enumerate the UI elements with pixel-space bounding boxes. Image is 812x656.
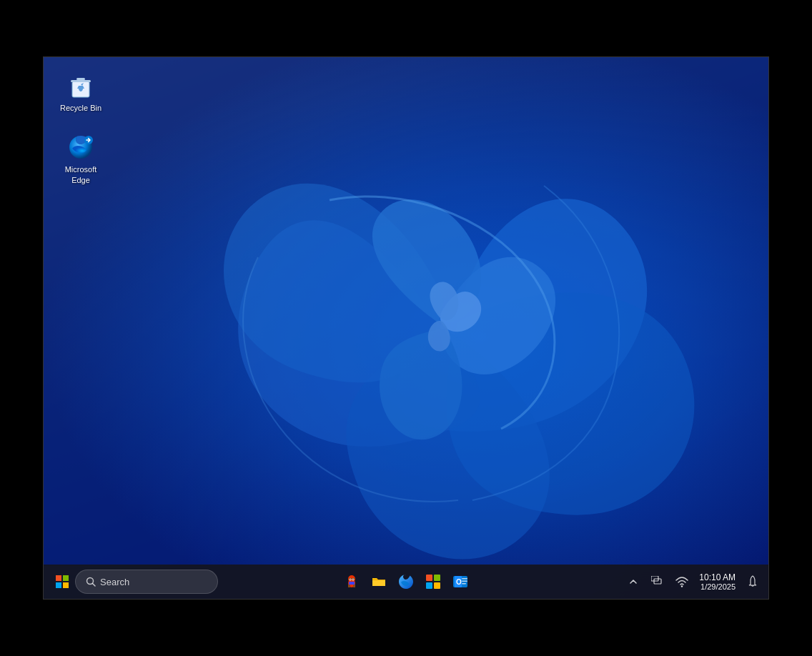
edge-image: [66, 133, 95, 161]
start-button[interactable]: [49, 569, 75, 595]
show-hidden-icons[interactable]: [623, 572, 643, 592]
network-icon[interactable]: [672, 572, 692, 592]
system-clock[interactable]: 10:10 AM 1/29/2025: [696, 571, 738, 592]
desktop-icons-container: Recycle Bin: [44, 57, 118, 199]
notification-bell[interactable]: [743, 572, 763, 592]
taskbar-center-icons: O: [339, 569, 473, 595]
recycle-bin-image: [66, 71, 95, 100]
bell-icon: [747, 575, 758, 588]
svg-line-10: [93, 584, 96, 587]
svg-point-20: [352, 579, 353, 580]
task-view-icon[interactable]: [648, 572, 668, 592]
svg-rect-21: [372, 580, 385, 580]
search-bar[interactable]: Search: [75, 570, 218, 594]
search-icon: [86, 577, 96, 587]
clock-time: 10:10 AM: [699, 572, 736, 582]
chevron-up-icon: [629, 577, 638, 586]
svg-point-34: [681, 585, 683, 587]
multidesktop-icon: [651, 576, 664, 587]
network-wifi-icon: [675, 575, 688, 588]
svg-rect-31: [462, 583, 466, 585]
svg-text:O: O: [456, 578, 462, 586]
svg-rect-5: [56, 575, 61, 581]
svg-rect-8: [63, 582, 69, 588]
svg-rect-23: [434, 575, 440, 581]
edge-taskbar-icon[interactable]: [393, 569, 419, 595]
microsoft-store-taskbar-icon[interactable]: [420, 569, 446, 595]
system-tray: 10:10 AM 1/29/2025: [623, 571, 763, 592]
svg-rect-25: [434, 582, 440, 589]
svg-rect-22: [426, 575, 432, 581]
outlook-taskbar-icon[interactable]: O: [447, 569, 473, 595]
recycle-bin-icon[interactable]: Recycle Bin: [55, 69, 107, 116]
desktop: Recycle Bin: [43, 56, 769, 600]
svg-rect-15: [348, 585, 350, 587]
svg-rect-24: [426, 582, 432, 589]
svg-rect-30: [462, 581, 467, 582]
widgets-icon[interactable]: [339, 569, 365, 595]
svg-rect-6: [63, 575, 69, 581]
microsoft-edge-icon[interactable]: Microsoft Edge: [55, 130, 107, 188]
file-explorer-taskbar-icon[interactable]: [366, 569, 392, 595]
svg-rect-29: [462, 578, 467, 580]
recycle-bin-label: Recycle Bin: [60, 103, 102, 113]
svg-rect-7: [56, 582, 61, 588]
svg-point-19: [350, 579, 350, 580]
clock-date: 1/29/2025: [700, 582, 736, 591]
svg-rect-16: [353, 585, 355, 587]
svg-rect-14: [349, 582, 355, 585]
search-label: Search: [100, 577, 129, 587]
edge-label: Microsoft Edge: [58, 164, 104, 185]
taskbar: Search: [44, 565, 768, 599]
svg-rect-3: [76, 78, 85, 80]
svg-rect-2: [71, 80, 91, 82]
wallpaper: [44, 57, 768, 599]
